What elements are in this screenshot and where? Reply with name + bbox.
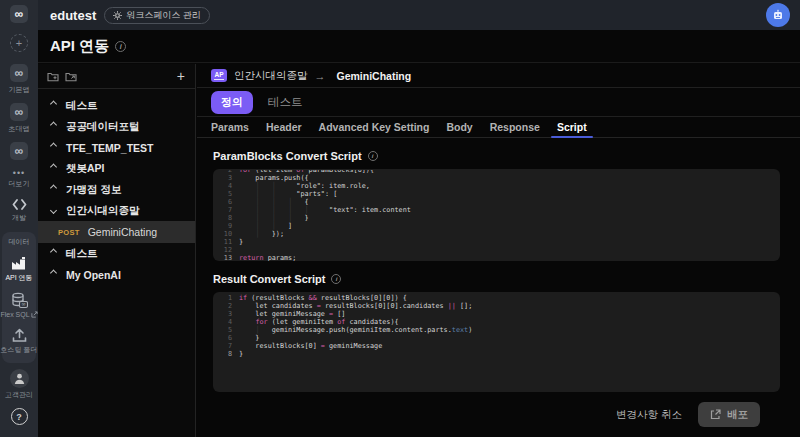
data-section-label: 데이터 — [9, 237, 30, 247]
chevron-down-icon[interactable] — [50, 207, 57, 214]
tab-test[interactable]: 테스트 — [268, 95, 303, 110]
tree-item[interactable]: 가맹점 정보 — [38, 179, 195, 200]
rail-item-flex-sql[interactable]: ∞ Flex SQL — [0, 292, 37, 318]
code-text: } — [239, 334, 259, 342]
top-bar: edutest 워크스페이스 관리 — [38, 0, 800, 30]
tree-item-label: 가맹점 정보 — [66, 183, 121, 197]
left-rail: ∞ + ∞ 기본앱 ∞ 초대앱 ∞ ••• 더보기 개발 데이터 API — [0, 0, 38, 437]
subtab-bar: ParamsHeaderAdvanced Key SettingBodyResp… — [197, 117, 800, 138]
info-icon[interactable]: i — [331, 274, 341, 284]
mode-tabs: 정의 테스트 — [197, 88, 800, 117]
add-group-icon[interactable] — [65, 71, 77, 82]
rail-app-extra[interactable]: ∞ — [10, 142, 28, 160]
more-dots-icon[interactable]: ••• — [13, 170, 25, 176]
api-tree-panel: + 테스트공공데이터포털TFE_TEMP_TEST챗봇API가맹점 정보인간시대… — [38, 64, 196, 437]
code-editor-paramblocks[interactable]: 2for (let item of paramBlocks[0]){3 para… — [213, 169, 780, 261]
rail-item-label: API 연동 — [5, 273, 32, 283]
breadcrumb: AP 인간시대의종말 → GeminiChating — [197, 64, 800, 88]
add-folder-icon[interactable] — [47, 71, 59, 82]
app-icon[interactable]: ∞ — [10, 64, 28, 82]
app-icon[interactable]: ∞ — [10, 103, 28, 121]
rail-item-label: 호스팅 폴더 — [1, 345, 38, 355]
deploy-button[interactable]: 배포 — [698, 402, 760, 427]
tab-definition[interactable]: 정의 — [211, 91, 253, 114]
subtab-response[interactable]: Response — [490, 121, 540, 138]
tree-item[interactable]: TFE_TEMP_TEST — [38, 137, 195, 158]
line-number: 10 — [213, 230, 239, 238]
tree-item[interactable]: 공공데이터포털 — [38, 116, 195, 137]
code-line: 4 │ │ "role": item.role, — [213, 182, 780, 190]
script-content: ParamBlocks Convert Script i 2for (let i… — [197, 138, 800, 392]
chevron-up-icon[interactable] — [50, 122, 57, 129]
section-title-text: ParamBlocks Convert Script — [213, 150, 362, 162]
workspace-manage-button[interactable]: 워크스페이스 관리 — [104, 7, 210, 24]
subtab-advanced-key-setting[interactable]: Advanced Key Setting — [319, 121, 430, 138]
subtab-script[interactable]: Script — [557, 121, 587, 138]
rail-app-invite[interactable]: ∞ 초대앱 — [9, 103, 30, 134]
tree-item[interactable]: 인간시대의종말 — [38, 200, 195, 221]
main-panel: AP 인간시대의종말 → GeminiChating 정의 테스트 Params… — [197, 64, 800, 437]
line-number: 12 — [213, 246, 239, 254]
rail-item-hosting-folder[interactable]: 호스팅 폴더 — [1, 327, 38, 355]
chevron-up-icon[interactable] — [50, 143, 57, 150]
database-icon: ∞ — [10, 292, 28, 309]
brand-logo-icon[interactable]: ∞ — [10, 5, 28, 23]
http-method-badge: POST — [58, 228, 80, 237]
tree-toolbar: + — [38, 64, 195, 89]
footer-actions: 변경사항 취소 배포 — [616, 402, 760, 427]
rail-item-api-integration[interactable]: API 연동 — [5, 256, 32, 283]
export-icon — [710, 409, 721, 420]
info-icon[interactable]: i — [368, 151, 378, 161]
rail-app-basic[interactable]: ∞ 기본앱 — [9, 64, 30, 95]
tree-item-label: 챗봇API — [66, 162, 105, 176]
add-app-button[interactable]: + — [10, 34, 28, 52]
data-section-panel: 데이터 API 연동 ∞ Flex SQL — [2, 232, 36, 363]
chevron-up-icon[interactable] — [50, 185, 57, 192]
help-button[interactable]: ? — [11, 408, 28, 425]
section-title-paramblocks: ParamBlocks Convert Script i — [213, 150, 780, 162]
line-number: 8 — [213, 214, 239, 222]
code-line: 7 resultBlocks[0] = geminiMessage — [213, 342, 780, 350]
user-avatar[interactable] — [766, 3, 790, 27]
code-line: 11} — [213, 238, 780, 246]
deploy-label: 배포 — [727, 408, 748, 422]
line-number: 13 — [213, 254, 239, 261]
dev-label: 개발 — [12, 213, 26, 223]
chevron-up-icon[interactable] — [50, 270, 57, 277]
more-label: 더보기 — [9, 179, 30, 189]
subtab-header[interactable]: Header — [266, 121, 302, 138]
tree-item[interactable]: 챗봇API — [38, 158, 195, 179]
tree-item[interactable]: 테스트 — [38, 243, 195, 264]
line-number: 4 — [213, 318, 239, 326]
code-text: params.push({ — [239, 174, 309, 182]
tree-item[interactable]: My OpenAI — [38, 264, 195, 285]
discard-changes-button[interactable]: 변경사항 취소 — [616, 408, 682, 422]
chevron-up-icon[interactable] — [50, 164, 57, 171]
info-icon[interactable]: i — [115, 41, 126, 52]
tree-item[interactable]: 테스트 — [38, 95, 195, 116]
code-editor-result[interactable]: 1if (resultBlocks && resultBlocks[0][0])… — [213, 292, 780, 392]
workspace-manage-label: 워크스페이스 관리 — [126, 9, 201, 22]
add-api-button[interactable]: + — [177, 69, 185, 83]
line-number: 3 — [213, 310, 239, 318]
code-line: 9 │ │ ] — [213, 222, 780, 230]
tree-endpoint-item[interactable]: POSTGeminiChating — [38, 221, 195, 243]
breadcrumb-parent[interactable]: 인간시대의종말 — [234, 69, 308, 83]
rail-app-label: 기본앱 — [9, 85, 30, 95]
chevron-up-icon[interactable] — [50, 249, 57, 256]
code-brackets-icon[interactable] — [12, 199, 27, 210]
breadcrumb-arrow-icon: → — [315, 70, 326, 82]
factory-blocks-icon — [10, 256, 27, 271]
line-number: 5 — [213, 190, 239, 198]
code-text: let candidates = resultBlocks[0][0].cand… — [239, 302, 472, 310]
subtab-params[interactable]: Params — [211, 121, 249, 138]
subtab-body[interactable]: Body — [446, 121, 472, 138]
line-number: 4 — [213, 182, 239, 190]
rail-item-account[interactable]: 고객관리 — [5, 369, 33, 400]
code-line: 10 │ }); — [213, 230, 780, 238]
code-text: │ │ ] — [239, 222, 292, 230]
code-text: │ geminiMessage.push(geminiItem.content.… — [239, 326, 472, 334]
app-icon[interactable]: ∞ — [10, 142, 28, 160]
chevron-up-icon[interactable] — [50, 101, 57, 108]
line-number: 3 — [213, 174, 239, 182]
